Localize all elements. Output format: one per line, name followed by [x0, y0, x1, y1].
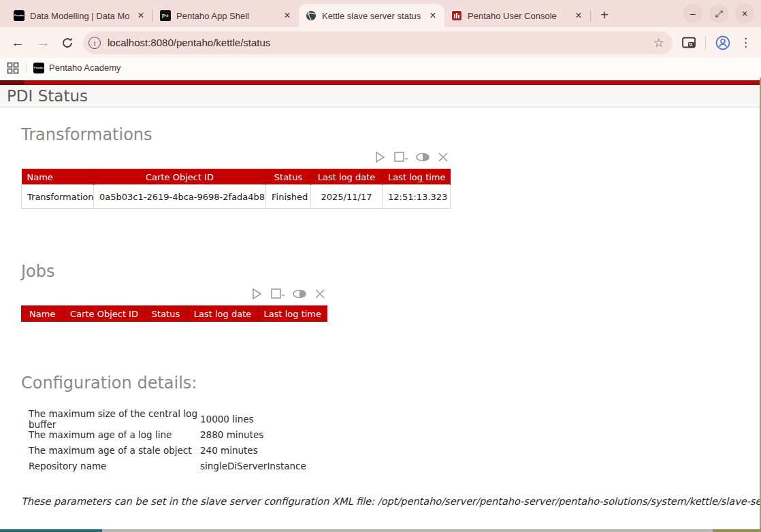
config-label: The maximum size of the central log buff…	[21, 408, 200, 430]
cell-status: Finished	[266, 185, 311, 209]
configuration-heading: Configuration details:	[21, 373, 745, 393]
page-header: PDI Status	[0, 85, 761, 107]
config-value: singleDiServerInstance	[200, 461, 306, 471]
tab-close-icon[interactable]: ×	[135, 10, 147, 22]
column-header[interactable]: Last log time	[258, 306, 327, 322]
config-label: The maximum age of a log line	[21, 429, 200, 440]
configuration-list: The maximum size of the central log buff…	[21, 412, 745, 474]
table-header-row: Name Carte Object ID Status Last log dat…	[22, 169, 451, 185]
profile-icon[interactable]	[715, 35, 730, 50]
accent-bar-dark-segment	[0, 80, 25, 85]
page-accent-bar	[0, 80, 761, 85]
cell-name[interactable]: Transformation	[22, 185, 94, 209]
window-controls: – ⤢ ×	[683, 4, 754, 23]
column-header[interactable]: Name	[21, 306, 64, 322]
window-edge-bottom	[0, 529, 761, 532]
tab-pentaho-user-console[interactable]: Pentaho User Console ×	[444, 4, 590, 27]
back-button[interactable]: ←	[10, 35, 26, 50]
config-label: The maximum age of a stale object	[21, 445, 200, 456]
browser-toolbar: ← → i localhost:8080/pentaho/kettle/stat…	[0, 27, 761, 58]
minimize-button[interactable]: –	[683, 4, 702, 23]
stop-transformation-icon[interactable]	[393, 150, 409, 164]
remove-transformation-icon[interactable]	[436, 150, 450, 164]
column-header[interactable]: Carte Object ID	[94, 169, 266, 185]
tab-separator	[590, 10, 591, 22]
bottom-edge-olive	[713, 529, 761, 532]
config-row: The maximum age of a stale object 240 mi…	[21, 443, 745, 459]
tab-title: Pentaho App Shell	[176, 11, 276, 21]
cell-carte-object-id: 0a5b03c1-2619-4bca-9698-2fada4b81167	[94, 185, 266, 209]
apps-grid-icon[interactable]	[7, 62, 19, 74]
config-value: 240 minutes	[200, 445, 258, 456]
new-tab-button[interactable]: +	[595, 5, 614, 24]
bookmark-label: Pentaho Academy	[49, 63, 121, 73]
bookmark-star-icon[interactable]: ☆	[653, 35, 664, 50]
globe-icon	[306, 10, 317, 21]
p-plus-icon: P+	[160, 10, 171, 21]
page-content: Transformations Name Carte Object ID Sta…	[0, 125, 761, 507]
jobs-actions	[21, 286, 327, 301]
start-job-icon[interactable]	[250, 287, 263, 301]
column-header[interactable]: Status	[144, 306, 187, 322]
bookmarks-divider	[26, 63, 27, 73]
pdi-status-page: PDI Status Transformations Name Carte Ob…	[0, 78, 761, 532]
config-value: 2880 minutes	[200, 429, 263, 440]
bottom-edge-teal	[0, 529, 102, 532]
tab-pentaho-app-shell[interactable]: P+ Pentaho App Shell ×	[153, 4, 299, 27]
site-info-icon[interactable]: i	[88, 37, 101, 49]
red-chart-icon	[451, 10, 462, 21]
config-row: The maximum age of a log line 2880 minut…	[21, 427, 745, 443]
tab-kettle-slave-server-status[interactable]: Kettle slave server status ×	[299, 4, 444, 27]
tab-title: Pentaho User Console	[468, 11, 567, 21]
tab-data-modelling[interactable]: Pentaho Data Modelling | Data Mo ×	[7, 4, 152, 27]
bookmark-pentaho-academy[interactable]: Pentaho Pentaho Academy	[33, 63, 121, 73]
bottom-edge-gray	[102, 529, 713, 532]
pentaho-logo-icon: Pentaho	[33, 63, 44, 73]
pentaho-logo-icon: Pentaho	[14, 10, 25, 21]
reload-button[interactable]	[61, 37, 74, 49]
config-label: Repository name	[21, 461, 200, 471]
config-row: The maximum size of the central log buff…	[21, 412, 745, 427]
url-text[interactable]: localhost:8080/pentaho/kettle/status	[108, 37, 647, 48]
forward-button[interactable]: →	[35, 35, 52, 50]
address-bar[interactable]: i localhost:8080/pentaho/kettle/status ☆	[83, 31, 673, 54]
page-title: PDI Status	[7, 87, 88, 105]
view-transformation-icon[interactable]	[415, 150, 430, 164]
tab-close-icon[interactable]: ×	[281, 10, 293, 22]
tab-strip: Pentaho Data Modelling | Data Mo × P+ Pe…	[0, 0, 761, 27]
column-header[interactable]: Carte Object ID	[64, 306, 144, 322]
stop-job-icon[interactable]	[270, 287, 286, 301]
config-row: Repository name singleDiServerInstance	[21, 459, 745, 474]
view-job-icon[interactable]	[292, 287, 307, 301]
column-header[interactable]: Last log time	[383, 169, 451, 185]
restore-button[interactable]: ⤢	[709, 4, 728, 23]
transformations-heading: Transformations	[21, 125, 745, 144]
column-header[interactable]: Last log date	[311, 169, 383, 185]
cell-last-log-date: 2025/11/17	[311, 185, 383, 209]
jobs-table: Name Carte Object ID Status Last log dat…	[21, 305, 327, 322]
menu-kebab-icon[interactable]: ⋮	[740, 35, 751, 50]
tab-title: Kettle slave server status	[322, 11, 421, 21]
table-header-row: Name Carte Object ID Status Last log dat…	[21, 306, 327, 322]
configuration-note: These parameters can be set in the slave…	[21, 496, 745, 507]
tab-close-icon[interactable]: ×	[572, 10, 585, 22]
cell-last-log-time: 12:51:13.323	[383, 185, 451, 209]
close-button[interactable]: ×	[735, 4, 754, 23]
tab-close-icon[interactable]: ×	[427, 10, 439, 22]
jobs-heading: Jobs	[21, 262, 745, 281]
tab-title: Data Modelling | Data Mo	[30, 11, 129, 21]
config-value: 10000 lines	[200, 414, 254, 425]
transformations-actions	[21, 150, 450, 165]
column-header[interactable]: Name	[22, 169, 94, 185]
bookmarks-bar: Pentaho Pentaho Academy	[0, 58, 761, 78]
transformations-table: Name Carte Object ID Status Last log dat…	[21, 169, 451, 209]
table-row[interactable]: Transformation 0a5b03c1-2619-4bca-9698-2…	[22, 185, 451, 209]
column-header[interactable]: Status	[266, 169, 311, 185]
start-transformation-icon[interactable]	[373, 150, 387, 164]
side-panel-search-icon[interactable]	[682, 37, 696, 49]
column-header[interactable]: Last log date	[187, 306, 258, 322]
remove-job-icon[interactable]	[313, 287, 327, 301]
toolbar-divider	[705, 36, 706, 50]
